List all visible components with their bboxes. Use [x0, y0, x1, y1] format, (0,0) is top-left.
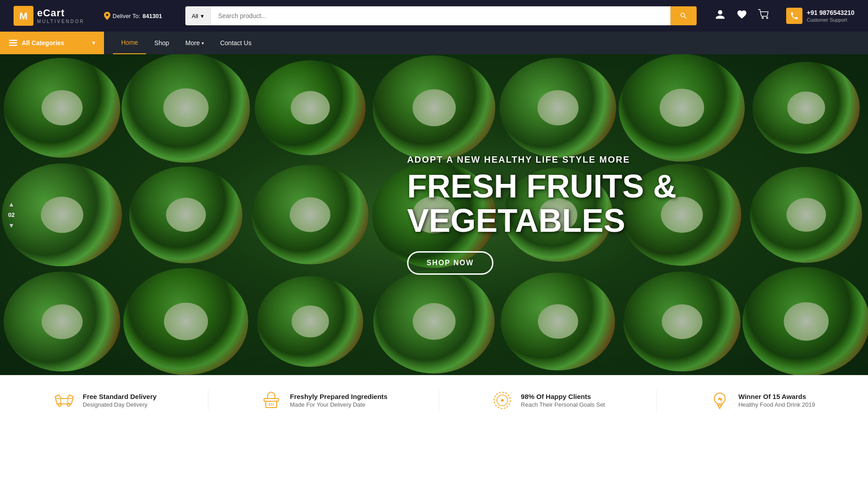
search-icon	[679, 12, 688, 20]
all-categories-label: All Categories	[22, 39, 64, 47]
header-icons	[715, 9, 770, 23]
nav-home[interactable]: Home	[113, 32, 146, 54]
search-input[interactable]	[211, 6, 670, 25]
wishlist-icon[interactable]	[736, 9, 747, 23]
phone-icon	[790, 11, 799, 20]
more-chevron-icon: ▾	[202, 41, 204, 46]
feature-ingredients: Freshyly Prepared Ingredients Made For Y…	[260, 389, 387, 412]
feature-ingredients-text: Freshyly Prepared Ingredients Made For Y…	[290, 393, 387, 408]
deliver-to: Deliver To: 841301	[104, 12, 176, 20]
feature-delivery: Free Standard Delivery Designated Day De…	[53, 389, 156, 412]
hero-section: ▲ 02 ▼ ADOPT A NEW HEALTHY LIFE STYLE MO…	[0, 54, 868, 375]
hero-subtitle: ADOPT A NEW HEALTHY LIFE STYLE MORE	[407, 155, 676, 165]
nav-more[interactable]: More ▾	[177, 32, 212, 54]
feature-clients: 98% Of Happy Clients Reach Their Persona…	[491, 389, 605, 412]
svg-point-5	[58, 404, 61, 406]
location-icon	[104, 12, 110, 20]
nav-shop[interactable]: Shop	[146, 32, 177, 54]
logo-icon: M	[14, 6, 33, 26]
shop-now-button[interactable]: SHOP NOW	[407, 251, 493, 275]
divider-1	[208, 389, 208, 412]
chevron-down-icon: ▾	[201, 13, 204, 19]
svg-text:M: M	[19, 10, 28, 22]
deliver-to-label: Deliver To:	[113, 13, 140, 19]
slide-number: 02	[8, 211, 14, 218]
support-text: +91 9876543210 Customer Support	[807, 9, 855, 23]
feature-awards-text: Winner Of 15 Awards Healthy Food And Dri…	[738, 393, 815, 408]
support-icon-box	[786, 8, 802, 24]
all-categories-button[interactable]: All Categories ▾	[0, 32, 104, 54]
features-bar: Free Standard Delivery Designated Day De…	[0, 375, 868, 425]
divider-3	[656, 389, 657, 412]
hamburger-icon	[9, 40, 17, 46]
header: M eCart MULTIVENDOR Deliver To: 841301 A…	[0, 0, 868, 32]
ingredients-icon	[260, 389, 283, 412]
feature-clients-subtitle: Reach Their Personal Goals Set	[521, 401, 605, 408]
user-icon[interactable]	[715, 9, 726, 23]
feature-awards: Winner Of 15 Awards Healthy Food And Dri…	[708, 389, 815, 412]
cart-icon[interactable]	[758, 9, 770, 23]
svg-rect-4	[9, 45, 17, 46]
feature-clients-text: 98% Of Happy Clients Reach Their Persona…	[521, 393, 605, 408]
deliver-to-value: 841301	[142, 13, 162, 19]
feature-ingredients-subtitle: Made For Your Delivery Date	[290, 401, 387, 408]
feature-delivery-text: Free Standard Delivery Designated Day De…	[83, 393, 156, 408]
clients-icon	[491, 389, 514, 412]
search-bar: All ▾	[185, 6, 697, 25]
feature-clients-title: 98% Of Happy Clients	[521, 393, 605, 400]
support-label: Customer Support	[807, 17, 855, 23]
delivery-icon	[53, 389, 75, 412]
search-category-dropdown[interactable]: All ▾	[185, 6, 211, 25]
slide-indicator: ▲ 02 ▼	[8, 201, 14, 229]
feature-delivery-title: Free Standard Delivery	[83, 393, 156, 400]
logo-text: eCart MULTIVENDOR	[37, 8, 85, 23]
divider-2	[439, 389, 439, 412]
hero-title: FRESH FRUITS & VEGETABLES	[407, 169, 676, 238]
categories-chevron: ▾	[92, 40, 95, 46]
nav-contact-us[interactable]: Contact Us	[212, 32, 259, 54]
navbar: All Categories ▾ Home Shop More ▾ Contac…	[0, 32, 868, 54]
feature-ingredients-title: Freshyly Prepared Ingredients	[290, 393, 387, 400]
logo-subtitle: MULTIVENDOR	[37, 19, 85, 24]
feature-awards-subtitle: Healthy Food And Drink 2019	[738, 401, 815, 408]
logo[interactable]: M eCart MULTIVENDOR	[14, 6, 95, 26]
svg-point-14	[501, 399, 504, 402]
feature-awards-title: Winner Of 15 Awards	[738, 393, 815, 400]
search-button[interactable]	[670, 6, 697, 25]
svg-point-6	[67, 404, 70, 406]
logo-title: eCart	[37, 8, 85, 19]
svg-rect-3	[9, 42, 17, 44]
support-phone: +91 9876543210	[807, 9, 855, 17]
support-area: +91 9876543210 Customer Support	[786, 8, 855, 24]
hero-content: ADOPT A NEW HEALTHY LIFE STYLE MORE FRES…	[407, 155, 676, 275]
awards-icon	[708, 389, 731, 412]
nav-links: Home Shop More ▾ Contact Us	[104, 32, 868, 54]
feature-delivery-subtitle: Designated Day Delivery	[83, 401, 156, 408]
svg-rect-2	[9, 40, 17, 41]
slide-down-arrow[interactable]: ▼	[8, 222, 14, 229]
slide-up-arrow[interactable]: ▲	[8, 201, 14, 208]
